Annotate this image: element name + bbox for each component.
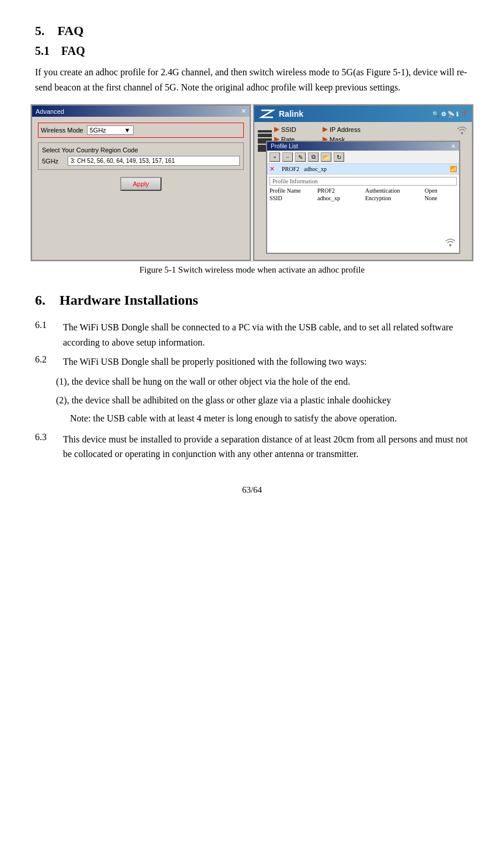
refresh-profile-button[interactable]: ↻ [334,152,344,162]
auth-value: Open [425,187,460,194]
bar1 [258,130,272,133]
figure-container: Advanced ✕ Wireless Mode 5GHz ▼ Select Y… [35,104,469,262]
profile-list-title: Profile List [271,143,298,149]
ralink-brand: Ralink [279,109,303,118]
profile-row[interactable]: ✕ PROF2 adhoc_xp 📶 [267,164,459,174]
item62a: (1), the device shall be hung on the wal… [56,374,469,389]
advanced-body: Wireless Mode 5GHz ▼ Select Your Country… [32,117,250,197]
import-profile-button[interactable]: 📂 [321,152,331,162]
edit-profile-button[interactable]: ✎ [295,152,306,162]
ip-item: ▶ IP Address [323,126,360,133]
item61-row: 6.1 The WiFi USB Dongle shall be connect… [35,320,469,350]
auth-label: Authentication [365,187,424,194]
intro-paragraph: If you create an adhoc profile for 2.4G … [35,65,469,95]
wifi-icon [456,123,468,136]
item62-content: The WiFi USB Dongle shall be properly po… [63,354,469,369]
ip-bullet: ▶ [323,126,327,133]
section51-heading: 5.1 FAQ [35,44,469,58]
country-select[interactable]: 3: CH 52, 56, 60, 64, 149, 153, 157, 161 [68,156,240,166]
profile-info-grid: Profile Name PROF2 Authentication Open S… [270,187,457,201]
ralink-toolbar: 🔍 ⚙ 📡 ℹ ❓ [432,111,467,117]
active-icon: ✕ [270,165,275,173]
profile-list-window: Profile List ✕ + − ✎ ⧉ 📂 ↻ ✕ PROF2 adhoc… [266,141,460,254]
profile-wifi-icon [444,235,457,250]
profile-wifi-svg [444,235,457,248]
enc-label: Encryption [365,195,424,201]
profile-list-titlebar: Profile List ✕ [267,142,459,151]
profile-info-title: Profile Information [270,177,457,186]
profile-info-section: Profile Information Profile Name PROF2 A… [267,174,459,204]
item63-content: This device must be installed to provide… [63,432,469,462]
figure-caption: Figure 5-1 Switch wireless mode when act… [35,265,469,275]
item63-num: 6.3 [35,432,56,462]
advanced-close[interactable]: ✕ [241,107,246,115]
profile-list-close[interactable]: ✕ [451,143,456,149]
item61-content: The WiFi USB Dongle shall be connected t… [63,320,469,350]
ssid-item: ▶ SSID [274,126,305,133]
country-title: Select Your Country Region Code [42,147,240,154]
enc-value: None [425,195,460,201]
svg-point-1 [449,244,452,246]
ralink-panel: Ralink 🔍 ⚙ 📡 ℹ ❓ ▶ SSID [253,104,473,261]
bar2 [258,134,272,137]
profile-signal-icon: 📶 [450,166,457,172]
section6-heading: 6. Hardware Installations [35,292,469,308]
apply-button[interactable]: Apply [120,177,162,191]
item62c: Note: the USB cable with at least 4 mete… [70,411,469,426]
item62-num: 6.2 [35,354,56,369]
ssid-value: adhoc_xp [317,195,364,201]
ssid-label: SSID [281,126,296,133]
add-profile-button[interactable]: + [270,152,280,162]
advanced-dialog: Advanced ✕ Wireless Mode 5GHz ▼ Select Y… [31,104,251,261]
item61-num: 6.1 [35,320,56,350]
page-footer: 63/64 [35,485,469,495]
advanced-title: Advanced [36,108,64,115]
ralink-logo-icon [259,108,275,120]
profile-name-label: Profile Name [270,187,316,194]
ssid-label2: SSID [270,195,316,201]
wireless-mode-row: Wireless Mode 5GHz ▼ [38,123,244,138]
profile-list-toolbar: + − ✎ ⧉ 📂 ↻ [267,151,459,164]
svg-point-0 [461,132,463,134]
wireless-mode-value: 5GHz [90,127,106,134]
figure-image: Advanced ✕ Wireless Mode 5GHz ▼ Select Y… [30,104,474,262]
advanced-titlebar: Advanced ✕ [32,106,250,117]
section5-heading: 5. FAQ [35,23,469,39]
dropdown-arrow-icon: ▼ [124,127,131,134]
profile-name-value: PROF2 [317,187,364,194]
wireless-mode-label: Wireless Mode [41,127,83,134]
wifi-status-icon [456,123,468,137]
country-row: 5GHz 3: CH 52, 56, 60, 64, 149, 153, 157… [42,156,240,166]
item62-row: 6.2 The WiFi USB Dongle shall be properl… [35,354,469,369]
item63-row: 6.3 This device must be installed to pro… [35,432,469,462]
item62b: (2), the device shall be adhibited on th… [56,393,469,408]
profile-name-col: PROF2 [282,166,299,172]
wireless-mode-select[interactable]: 5GHz ▼ [87,126,134,135]
country-value: 3: CH 52, 56, 60, 64, 149, 153, 157, 161 [71,158,174,164]
ip-label: IP Address [330,126,360,133]
country-box: Select Your Country Region Code 5GHz 3: … [38,142,244,170]
country-5ghz-label: 5GHz [42,158,65,165]
ralink-titlebar: Ralink 🔍 ⚙ 📡 ℹ ❓ [254,106,472,122]
profile-ssid-col: adhoc_xp [304,166,327,172]
remove-profile-button[interactable]: − [282,152,293,162]
ssid-bullet: ▶ [274,126,279,133]
duplicate-profile-button[interactable]: ⧉ [308,152,318,162]
